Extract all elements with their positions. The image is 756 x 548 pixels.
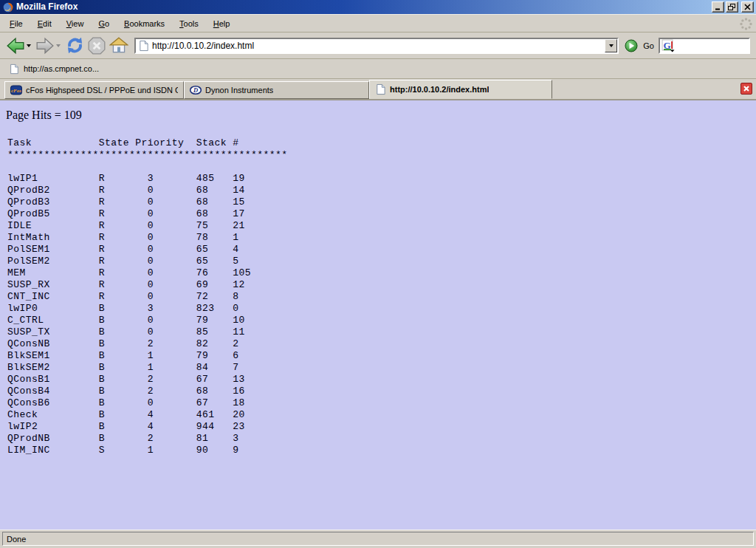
dynon-icon: D [190, 84, 202, 96]
forward-button[interactable] [34, 35, 56, 57]
firefox-logo-icon [3, 2, 13, 13]
tab-cfos[interactable]: cFos cFos Highspeed DSL / PPPoE und ISDN… [4, 81, 184, 99]
browser-window: Mozilla Firefox File Edit View Go Bookma… [0, 0, 756, 548]
bookmarks-toolbar: http://as.cmpnet.co... [0, 59, 756, 79]
menu-edit[interactable]: Edit [32, 16, 57, 31]
tab-label: cFos Highspeed DSL / PPPoE und ISDN CAP.… [26, 86, 178, 95]
tab-label: http://10.0.10.2/index.html [390, 85, 489, 94]
tab-label: Dynon Instruments [205, 86, 273, 95]
url-input[interactable] [149, 40, 605, 52]
minimize-button[interactable] [712, 1, 724, 13]
menu-go[interactable]: Go [93, 16, 114, 31]
menu-view[interactable]: View [61, 16, 89, 31]
go-button[interactable]: Go [625, 39, 654, 52]
back-button[interactable] [4, 35, 27, 57]
bookmark-label: http://as.cmpnet.co... [24, 64, 99, 73]
google-engine-icon[interactable]: G [662, 39, 675, 52]
close-button[interactable] [741, 1, 754, 13]
stop-button[interactable] [86, 35, 108, 57]
bookmark-item[interactable]: http://as.cmpnet.co... [4, 61, 103, 77]
url-bar [134, 38, 619, 54]
page-content: Page Hits = 109 Task State Priority Stac… [0, 100, 756, 530]
tab-active-index[interactable]: http://10.0.10.2/index.html [369, 80, 552, 99]
throbber-icon [738, 16, 754, 32]
bookmark-page-icon [9, 64, 19, 75]
forward-dropdown-icon[interactable] [56, 44, 61, 47]
status-text: Done [7, 535, 26, 544]
search-input[interactable] [675, 41, 749, 51]
page-icon [138, 40, 149, 52]
search-box: G [659, 38, 750, 54]
menu-file[interactable]: File [4, 16, 28, 31]
tab-close-button[interactable] [740, 83, 752, 95]
menu-help[interactable]: Help [208, 16, 236, 31]
svg-text:D: D [193, 86, 198, 94]
menubar: File Edit View Go Bookmarks Tools Help [0, 14, 756, 32]
svg-text:cFos: cFos [11, 88, 21, 94]
cfos-icon: cFos [10, 84, 22, 96]
titlebar: Mozilla Firefox [0, 0, 756, 14]
back-dropdown-icon[interactable] [27, 44, 31, 47]
url-dropdown-button[interactable] [605, 39, 617, 52]
status-panel: Done [2, 532, 754, 546]
status-bar: Done [0, 530, 756, 548]
page-hits-text: Page Hits = 109 [6, 109, 756, 122]
task-table: Task State Priority Stack # ************… [7, 137, 756, 456]
reload-button[interactable] [63, 35, 86, 57]
go-label: Go [643, 41, 654, 50]
tab-dynon[interactable]: D Dynon Instruments [184, 81, 369, 99]
home-button[interactable] [108, 35, 130, 57]
menu-tools[interactable]: Tools [174, 16, 204, 31]
tab-page-icon [375, 83, 386, 95]
menu-bookmarks[interactable]: Bookmarks [119, 16, 170, 31]
restore-button[interactable] [726, 1, 738, 13]
navigation-toolbar: Go G [0, 32, 756, 59]
tab-bar: cFos cFos Highspeed DSL / PPPoE und ISDN… [0, 79, 756, 100]
window-title: Mozilla Firefox [16, 0, 710, 14]
